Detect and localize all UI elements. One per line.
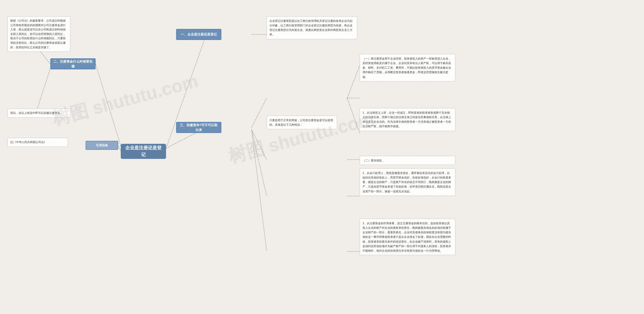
svg-line-8 bbox=[252, 98, 267, 127]
svg-line-10 bbox=[252, 129, 267, 196]
svg-line-2 bbox=[96, 64, 121, 146]
right-l2-5-text: 3、从注册资金的作用来看，设立注册资金的根本目的，是由投资者以其投入企业的财产对… bbox=[363, 222, 451, 252]
mindmap-container: 树图 shututu.com 树图 shututu.com 企业是注册还是登记 … bbox=[0, 0, 644, 314]
l1-node-1[interactable]: 一、企业是注册还是登记 bbox=[176, 29, 221, 40]
right-l1-1-textbox: 企业登记注册类型是以在工商行政管理机关登记注册的各类企业为划分对象，以工商行政管… bbox=[267, 16, 357, 39]
right-l3-1-textbox: 只要是用于正常的用途，公司的注册资金是可以使用的。具体是以下几种情况： bbox=[267, 116, 337, 129]
right-l2-1-text: （一）将注册资金用于企业经营。投资者投入的资产一经验资进入企业，其经营使用权及归… bbox=[363, 57, 451, 78]
l1-1-label: 一、企业是注册还是登记 bbox=[181, 32, 217, 37]
right-l2-3-text: （二）股东借款。 bbox=[363, 159, 385, 162]
right-l2-2-textbox: 1、从法律意义上讲，企业一经成立，即和原来的投资者形成两个完全独立的法律主体，而… bbox=[360, 108, 455, 131]
right-l2-1-textbox: （一）将注册资金用于企业经营。投资者投入的资产一经验资进入企业，其经营使用权及归… bbox=[360, 54, 455, 81]
right-l2-3-textbox: （二）股东借款。 bbox=[360, 156, 455, 165]
svg-line-3 bbox=[118, 145, 121, 151]
l1-2-label: 二、注册资金什么时候要实缴 bbox=[53, 59, 93, 69]
svg-line-7 bbox=[35, 68, 50, 115]
quote-item-text: [1]《中华人民共和国公司法》 bbox=[10, 141, 47, 144]
svg-line-11 bbox=[252, 129, 267, 251]
svg-line-14 bbox=[347, 98, 360, 133]
center-label: 企业是注册还是登记 bbox=[123, 145, 164, 158]
l1-node-2[interactable]: 二、注册资金什么时候要实缴 bbox=[50, 58, 96, 69]
connector-lines bbox=[0, 0, 644, 314]
right-l2-5-textbox: 3、从注册资金的作用来看，设立注册资金的根本目的，是由投资者以其投入企业的财产对… bbox=[360, 219, 455, 255]
left-bottom-textbox: 所以，在以上情况中即可以实缴注册资金。 bbox=[8, 109, 70, 118]
svg-line-9 bbox=[252, 129, 267, 160]
right-l2-4-textbox: 2、从会计处理上，既然是被股东借走，通常都会有适当的会计处理，比如挂在其他应收款… bbox=[360, 168, 455, 196]
right-l2-2-text: 1、从法律意义上讲，企业一经成立，即和原来的投资者形成两个完全独立的法律主体，而… bbox=[363, 111, 451, 128]
quote-label: 引用法条 bbox=[96, 143, 108, 148]
right-l3-1-text: 只要是用于正常的用途，公司的注册资金是可以使用的。具体是以下几种情况： bbox=[269, 119, 333, 126]
center-node[interactable]: 企业是注册还是登记 bbox=[121, 144, 166, 159]
l1-4-label: 三、实缴资本?可不可以取出来 bbox=[179, 123, 218, 132]
l1-node-4[interactable]: 三、实缴资本?可不可以取出来 bbox=[176, 122, 221, 133]
right-l1-1-text: 企业登记注册类型是以在工商行政管理机关登记注册的各类企业为划分对象，以工商行政管… bbox=[269, 19, 352, 36]
left-bottom-text: 所以，在以上情况中即可以实缴注册资金。 bbox=[10, 111, 63, 114]
left-top-textbox: 根据《公司法》的最新要求，公司成立时根据公司章程所规定的的期限对公司注册资金进行… bbox=[8, 16, 70, 52]
right-l2-4-text: 2、从会计处理上，既然是被股东借走，通常都会有适当的会计处理，比如挂在其他应收款… bbox=[363, 171, 451, 193]
quote-item-box: [1]《中华人民共和国公司法》 bbox=[8, 138, 68, 147]
quote-node[interactable]: 引用法条 bbox=[86, 141, 118, 150]
left-top-text: 根据《公司法》的最新要求，公司成立时根据公司章程所规定的的期限对公司注册资金进行… bbox=[10, 19, 66, 49]
svg-line-13 bbox=[347, 65, 360, 98]
